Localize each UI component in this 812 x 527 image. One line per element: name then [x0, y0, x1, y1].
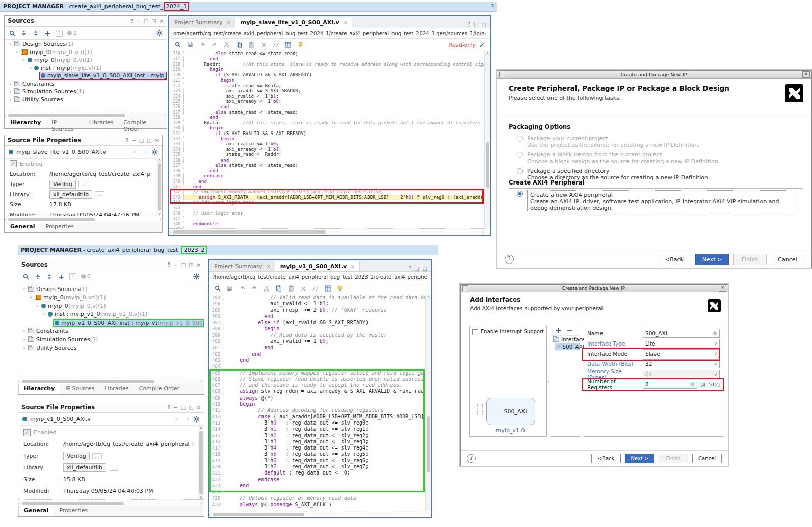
maximize-icon[interactable]: □: [144, 18, 148, 24]
editor-tab[interactable]: myip_slave_lite_v1_0_S00_AXI.v×: [235, 18, 352, 28]
next-button[interactable]: Next >: [695, 254, 729, 265]
panel-tab-properties[interactable]: Properties: [40, 222, 79, 232]
chevron-collapsed-icon[interactable]: ›: [8, 89, 13, 94]
scrollbar-thumb[interactable]: [486, 142, 489, 188]
scroll-left-icon[interactable]: ‹: [5, 217, 7, 222]
field-input[interactable]: 8×: [643, 380, 697, 389]
scroll-up-icon[interactable]: ∧: [427, 295, 430, 299]
float-icon[interactable]: ◳: [482, 22, 486, 28]
undo-icon[interactable]: [199, 41, 206, 48]
window-controls[interactable]: ?−□◳×: [168, 262, 201, 268]
tree-item[interactable]: ›Design Sources (1): [5, 40, 167, 48]
delete-icon[interactable]: [300, 285, 307, 292]
panel-tab-hierarchy[interactable]: Hierarchy: [5, 118, 46, 128]
vertical-scrollbar[interactable]: ∧: [484, 51, 490, 229]
paste-icon[interactable]: [287, 285, 295, 292]
search-icon[interactable]: [22, 273, 30, 280]
cancel-button[interactable]: Cancel: [771, 254, 804, 265]
close-icon[interactable]: ×: [197, 262, 201, 268]
collapse-all-icon[interactable]: [20, 30, 28, 37]
panel-tab-general[interactable]: General: [18, 506, 54, 516]
chevron-collapsed-icon[interactable]: ›: [21, 345, 27, 351]
back-icon[interactable]: ←: [134, 149, 138, 155]
scrollbar-thumb[interactable]: [8, 218, 95, 221]
interrupt-support-row[interactable]: Enable Interrupt Support: [470, 326, 546, 338]
code-area[interactable]: 316 else state_read <= state_read;317 en…: [169, 51, 485, 229]
toggle-comment-icon[interactable]: //: [272, 41, 279, 48]
quickfix-icon[interactable]: [297, 41, 304, 48]
close-icon[interactable]: ×: [802, 71, 810, 78]
next-button[interactable]: Next >: [625, 454, 654, 463]
panel-tab-compile-order[interactable]: Compile Order: [134, 384, 185, 394]
editor-tab[interactable]: Project Summary×: [169, 18, 235, 28]
tab-close-icon[interactable]: ×: [266, 264, 270, 269]
tree-item[interactable]: myip_v1_0_S00_AXI_inst : myip_v1_0_S00_A…: [18, 319, 204, 327]
close-icon[interactable]: ×: [719, 285, 726, 292]
panel-tab-hierarchy[interactable]: Hierarchy: [18, 384, 60, 394]
window-controls[interactable]: ?−□◳×: [126, 138, 160, 143]
panel-tab-general[interactable]: General: [5, 222, 40, 232]
panel-tab-ip-sources[interactable]: IP Sources: [46, 118, 84, 128]
close-icon[interactable]: ×: [160, 18, 164, 24]
tree-item[interactable]: ›Utility Sources: [18, 344, 204, 353]
float-icon[interactable]: ◳: [423, 266, 427, 271]
property-combo[interactable]: xil_defaultlib: [49, 190, 92, 199]
gear-icon[interactable]: [193, 273, 200, 280]
scroll-right-icon[interactable]: ›: [159, 217, 161, 222]
horizontal-scrollbar[interactable]: ‹ ›: [169, 228, 485, 235]
search-icon[interactable]: [214, 285, 221, 292]
maximize-icon[interactable]: □: [474, 22, 478, 28]
field-select[interactable]: 64∨: [643, 370, 720, 379]
scroll-left-icon[interactable]: ‹: [18, 379, 20, 384]
tree-item[interactable]: myip_slave_lite_v1_0_S00_AXI_inst : myip…: [5, 72, 167, 80]
float-icon[interactable]: ◳: [147, 138, 151, 143]
tree-item[interactable]: ›Simulation Sources (1): [5, 88, 167, 96]
tree-item[interactable]: ›myip_0 (myip_0.v) (1): [18, 302, 204, 310]
splitter-collapse-icon[interactable]: ‹: [581, 379, 583, 384]
chevron-expanded-icon[interactable]: ›: [28, 295, 34, 300]
ellipsis-button[interactable]: …: [95, 191, 104, 197]
scroll-up-icon[interactable]: ∧: [486, 51, 489, 56]
edit-pencil-icon[interactable]: [478, 41, 485, 48]
redo-icon[interactable]: [211, 41, 218, 48]
interface-item-row[interactable]: ⟐ S00_AXI: [555, 343, 580, 350]
enabled-checkbox[interactable]: ✓: [10, 160, 17, 167]
panel-tab-libraries[interactable]: Libraries: [84, 118, 119, 128]
chevron-expanded-icon[interactable]: ›: [41, 311, 47, 317]
path-expand-icon[interactable]: ›: [484, 31, 486, 36]
editor-panel-controls[interactable]: ?□◳: [464, 22, 490, 28]
scroll-right-icon[interactable]: ›: [201, 500, 203, 506]
float-icon[interactable]: ◳: [189, 405, 193, 410]
field-select[interactable]: 32∨: [643, 359, 720, 368]
chevron-expanded-icon[interactable]: ›: [8, 41, 13, 47]
scroll-left-icon[interactable]: ‹: [169, 229, 171, 234]
radio-option[interactable]: Create a new AXI4 peripheralCreate an AX…: [517, 190, 796, 213]
scroll-up-icon[interactable]: ∧: [200, 426, 203, 430]
scrollbar-thumb[interactable]: [199, 431, 203, 494]
chevron-down-icon[interactable]: ∨: [714, 351, 717, 356]
ellipsis-button[interactable]: …: [109, 465, 118, 471]
tab-close-icon[interactable]: ×: [344, 20, 348, 25]
forward-icon[interactable]: →: [184, 416, 189, 423]
toggle-columns-icon[interactable]: [324, 285, 331, 292]
chevron-collapsed-icon[interactable]: ›: [21, 337, 27, 342]
maximize-icon[interactable]: □: [181, 405, 186, 410]
tree-item[interactable]: ›Utility Sources: [5, 96, 167, 104]
gear-icon[interactable]: [151, 148, 158, 155]
dialog-title-bar[interactable]: Create and Package New IP ×: [461, 285, 728, 292]
enabled-checkbox[interactable]: ✓: [23, 429, 31, 436]
scrollbar-thumb[interactable]: [173, 230, 326, 234]
window-controls[interactable]: ?−□◳×: [130, 18, 164, 24]
back-button[interactable]: < Back: [591, 454, 621, 463]
expand-all-icon[interactable]: [46, 273, 53, 280]
horizontal-scrollbar[interactable]: ‹: [209, 511, 426, 517]
interfaces-root-row[interactable]: Interfaces: [551, 336, 580, 343]
help-icon[interactable]: ?: [168, 262, 171, 268]
tree-item[interactable]: ›inst : myip (myip.v) (1): [5, 64, 167, 72]
editor-tab[interactable]: myip_v1_0_S00_AXI.v×: [275, 261, 360, 271]
radio-option[interactable]: Package your current projectUse the proj…: [517, 135, 796, 148]
delete-icon[interactable]: [260, 41, 267, 48]
tree-item[interactable]: ›Constraints: [18, 327, 204, 336]
vertical-scrollbar[interactable]: ∧ ∨: [156, 157, 162, 216]
field-input[interactable]: S00_AXI×: [643, 329, 720, 338]
